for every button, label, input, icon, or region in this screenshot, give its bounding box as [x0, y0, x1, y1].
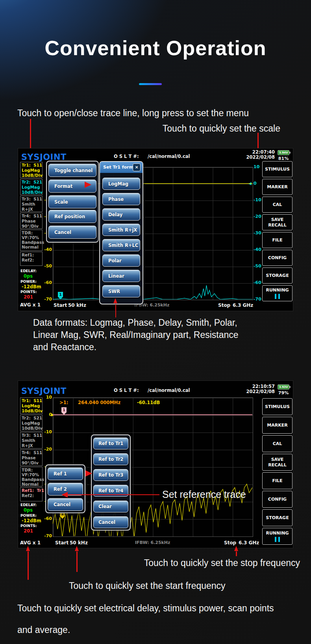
menu-save-recall[interactable]: SAVE RECALL: [262, 214, 292, 230]
format-linear[interactable]: Linear: [102, 270, 140, 282]
data-formats-line3: and Reactance.: [33, 342, 96, 353]
format-phase[interactable]: Phase: [102, 193, 140, 205]
points-value[interactable]: 201: [24, 528, 33, 534]
menu-ref-to-tr3[interactable]: Ref to Tr3: [93, 469, 128, 481]
menu-stimulus[interactable]: STIMULUS: [262, 161, 292, 177]
menu-cal[interactable]: CAL: [262, 435, 292, 452]
ifbw-value[interactable]: IFBW: 6.25kHz: [135, 540, 170, 545]
trace2-line: [53, 285, 252, 299]
axis-left--20[interactable]: -20: [39, 447, 52, 452]
battery-percent: 79%: [276, 390, 291, 395]
menu-ref-cancel[interactable]: Cancel: [48, 498, 83, 511]
start-value[interactable]: 50 kHz: [68, 303, 86, 308]
sidebar-trace4[interactable]: Tr4: S11Phase90°/Div: [20, 449, 43, 466]
cal-path: /cal/normal/0.cal: [148, 388, 190, 393]
stop-label[interactable]: Stop: [218, 303, 230, 308]
arrow-line-swr: [115, 304, 117, 317]
axis-left-10[interactable]: 10: [39, 395, 52, 400]
menu-save-recall[interactable]: SAVE RECALL: [262, 454, 292, 471]
stop-value[interactable]: 6.3 GHz: [233, 303, 253, 308]
stop-value[interactable]: 6.3 GHz: [239, 540, 259, 546]
menu-stimulus[interactable]: STIMULUS: [262, 398, 292, 415]
edelay-value[interactable]: 0ps: [24, 507, 33, 513]
date: 2022/02/08: [231, 155, 275, 160]
menu-file[interactable]: FILE: [262, 472, 292, 489]
menu-ref-position[interactable]: Ref position: [48, 210, 96, 223]
menu-running[interactable]: RUNNING: [262, 285, 292, 301]
menu-marker[interactable]: MARKER: [262, 417, 292, 434]
axis-left--50[interactable]: -50: [39, 264, 52, 269]
oslt-label: O S L T #:: [114, 388, 139, 393]
start-label[interactable]: Start: [54, 303, 67, 308]
oslt-label: O S L T #:: [114, 154, 139, 159]
format-delay[interactable]: Delay: [102, 208, 140, 221]
edelay-label: EDELAY:: [20, 269, 37, 273]
close-icon[interactable]: ×: [133, 163, 141, 171]
axis-left--70[interactable]: -70: [39, 297, 52, 302]
date: 2022/02/08: [231, 389, 275, 394]
menu-storage[interactable]: STORAGE: [262, 267, 292, 284]
stop-label[interactable]: Stop: [224, 540, 236, 546]
format-polar[interactable]: Polar: [102, 254, 140, 267]
menu-config[interactable]: CONFIG: [262, 250, 292, 266]
pause-icon: [275, 294, 280, 299]
format-swr[interactable]: SWR: [102, 285, 140, 297]
points-value[interactable]: 201: [24, 294, 33, 300]
menu-config[interactable]: CONFIG: [262, 491, 292, 508]
sidebar-trace1[interactable]: Tr1: S11LogMag10dB/Div: [20, 397, 43, 414]
start-value[interactable]: 50 kHz: [70, 540, 88, 546]
format-smith-rjx[interactable]: Smith R+jX: [102, 224, 140, 236]
vna-screenshot-2: SYSJOINT O S L T #: /cal/normal/0.cal 22…: [18, 380, 293, 548]
axis-left--70[interactable]: -70: [39, 533, 52, 538]
menu-ref1[interactable]: Ref 1: [48, 468, 83, 480]
menu-marker[interactable]: MARKER: [262, 179, 292, 195]
arrow-line-start: [76, 551, 78, 572]
battery-icon: 3.93V: [278, 384, 289, 390]
menu-file[interactable]: FILE: [262, 232, 292, 248]
annotation-set-reference: Set reference trace: [162, 489, 246, 500]
annotation-trace-line: Touch to open/close trace line, long pre…: [17, 108, 249, 119]
annotation-stimulus-line2: and average.: [17, 625, 70, 635]
axis-left--40[interactable]: -40: [39, 247, 52, 252]
edelay-label: EDELAY:: [20, 503, 37, 507]
arrow-head-format: [85, 182, 91, 188]
format-logmag[interactable]: LogMag: [102, 178, 140, 190]
arrow-head-ref-to: [85, 470, 92, 477]
menu-cal[interactable]: CAL: [262, 197, 292, 213]
menu-ref-to-tr1[interactable]: Ref to Tr1: [93, 438, 128, 449]
arrow-head-start: [75, 546, 79, 551]
arrow-line-avg: [28, 551, 29, 580]
menu-storage[interactable]: STORAGE: [262, 509, 292, 526]
power-label: POWER:: [20, 514, 37, 518]
axis-left--60[interactable]: -60: [39, 280, 52, 285]
arrow-head-swr: [113, 298, 117, 303]
sidebar-trace2[interactable]: Tr2: S21LogMag10dB/Div: [20, 415, 43, 431]
axis-left-0[interactable]: 0: [39, 412, 52, 417]
sidebar-trace3[interactable]: Tr3: S11SmithR+jX: [20, 432, 43, 449]
arrow-line-stop: [236, 551, 237, 556]
menu-ref-to-cancel[interactable]: Cancel: [93, 516, 128, 528]
menu-ref-clear[interactable]: Clear: [93, 501, 128, 512]
page: Convenient Operation Touch to open/close…: [0, 0, 311, 644]
cal-path: /cal/normal/0.cal: [148, 154, 190, 159]
menu-toggle-channel[interactable]: Toggle channel: [48, 164, 96, 177]
clock: 22:07:40 2022/02/08: [231, 150, 275, 160]
battery-icon: 3.94V: [278, 150, 289, 155]
menu-scale[interactable]: Scale: [48, 195, 96, 208]
avg-value[interactable]: AVG x 1: [20, 540, 41, 546]
menu-cancel[interactable]: Cancel: [48, 226, 96, 239]
axis-left--60[interactable]: -60: [39, 516, 52, 521]
points-label: POINTS:: [20, 524, 37, 528]
menu-running[interactable]: RUNNING: [262, 528, 292, 545]
avg-value[interactable]: AVG x 1: [20, 302, 41, 308]
menu-ref-to-tr2[interactable]: Ref to Tr2: [93, 453, 128, 465]
axis-left--10[interactable]: -10: [39, 429, 52, 434]
annotation-start-freq: Touch to quickly set the start frequency: [69, 581, 226, 591]
data-formats-line2: Linear Mag, SWR, Real/Imaginary part, Re…: [33, 330, 239, 340]
arrow-head-stop: [234, 546, 238, 551]
vna-screenshot-1: SYSJOINT O S L T #: /cal/normal/0.cal 22…: [18, 148, 293, 311]
clock: 22:10:57 2022/02/08: [231, 384, 275, 394]
start-label[interactable]: Start: [55, 540, 68, 546]
edelay-value[interactable]: 0ps: [24, 273, 33, 279]
format-smith-rlc[interactable]: Smith R+LC: [102, 239, 140, 251]
